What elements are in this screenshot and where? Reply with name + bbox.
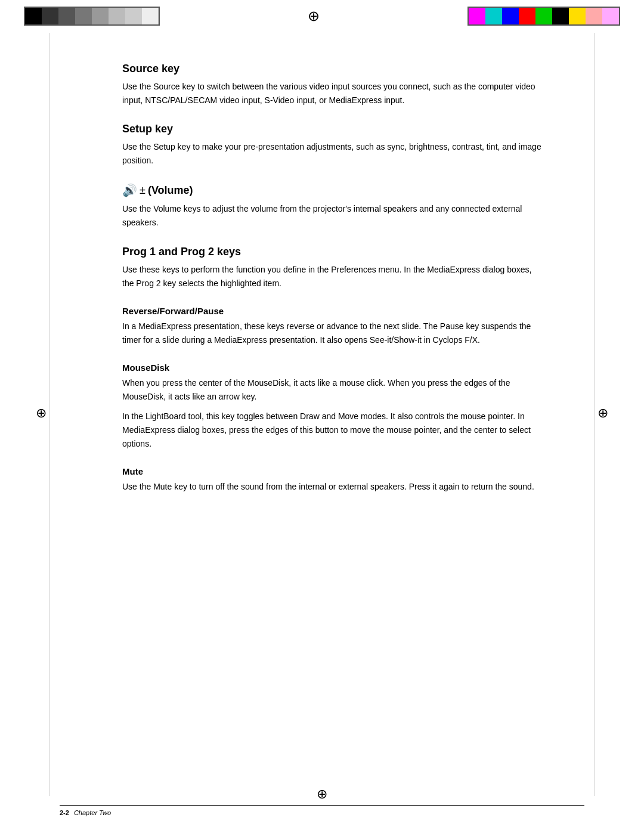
section-mute: Mute Use the Mute key to turn off the so…: [122, 466, 543, 494]
swatch-cyan: [485, 8, 502, 24]
text-source-key: Use the Source key to switch between the…: [122, 80, 543, 107]
left-color-swatches: [24, 7, 160, 26]
footer-rule: [60, 805, 584, 806]
text-mousedisk-2: In the LightBoard tool, this key toggles…: [122, 410, 543, 451]
bottom-crosshair: ⊕: [317, 786, 327, 802]
text-reverse-forward-pause: In a MediaExpress presentation, these ke…: [122, 320, 543, 347]
volume-label: (Volume): [148, 184, 193, 197]
heading-reverse-forward-pause: Reverse/Forward/Pause: [122, 306, 543, 316]
left-border-line: [49, 33, 49, 796]
section-prog-keys: Prog 1 and Prog 2 keys Use these keys to…: [122, 246, 543, 290]
swatch-darkgray1: [42, 8, 58, 24]
top-bar: ⊕: [0, 0, 644, 32]
section-source-key: Source key Use the Source key to switch …: [122, 63, 543, 107]
text-volume: Use the Volume keys to adjust the volume…: [122, 202, 543, 230]
volume-speaker-icon: 🔊: [122, 183, 137, 197]
swatch-verylightgray: [142, 8, 159, 24]
chapter-label: Chapter Two: [74, 809, 111, 816]
swatch-darkgray2: [58, 8, 75, 24]
heading-source-key: Source key: [122, 63, 543, 75]
swatch-gray2: [92, 8, 109, 24]
footer-content: 2-2 Chapter Two: [60, 809, 584, 816]
text-mousedisk-1: When you press the center of the MouseDi…: [122, 376, 543, 404]
swatch-lightred: [586, 8, 602, 24]
right-border-line: [595, 33, 595, 796]
swatch-lightgray2: [125, 8, 142, 24]
section-volume: 🔊 ± (Volume) Use the Volume keys to adju…: [122, 183, 543, 230]
text-prog-keys: Use these keys to perform the function y…: [122, 263, 543, 290]
swatch-lightgray1: [109, 8, 125, 24]
text-setup-key: Use the Setup key to make your pre-prese…: [122, 140, 543, 168]
heading-prog-keys: Prog 1 and Prog 2 keys: [122, 246, 543, 258]
swatch-magenta: [469, 8, 485, 24]
swatch-yellow: [569, 8, 586, 24]
swatch-gray1: [75, 8, 92, 24]
right-color-swatches: [467, 7, 620, 26]
top-crosshair: ⊕: [308, 8, 320, 24]
footer: 2-2 Chapter Two: [60, 805, 584, 816]
section-setup-key: Setup key Use the Setup key to make your…: [122, 123, 543, 168]
swatch-black: [25, 8, 42, 24]
text-mute: Use the Mute key to turn off the sound f…: [122, 480, 543, 494]
swatch-green: [535, 8, 552, 24]
heading-mute: Mute: [122, 466, 543, 476]
left-margin-crosshair: ⊕: [36, 405, 47, 421]
heading-setup-key: Setup key: [122, 123, 543, 135]
heading-mousedisk: MouseDisk: [122, 363, 543, 373]
volume-plus-minus-icon: ±: [140, 184, 145, 197]
section-reverse-forward-pause: Reverse/Forward/Pause In a MediaExpress …: [122, 306, 543, 347]
swatch-red: [519, 8, 535, 24]
right-margin-crosshair: ⊕: [597, 405, 608, 421]
swatch-black2: [552, 8, 569, 24]
section-mousedisk: MouseDisk When you press the center of t…: [122, 363, 543, 451]
main-content: Source key Use the Source key to switch …: [0, 63, 644, 558]
swatch-lightmagenta: [602, 8, 619, 24]
heading-volume: 🔊 ± (Volume): [122, 183, 543, 197]
page-number: 2-2: [60, 809, 69, 816]
swatch-blue: [502, 8, 519, 24]
